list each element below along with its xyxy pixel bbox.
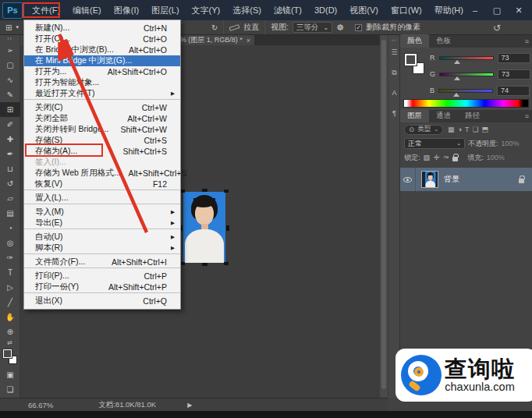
tool-button[interactable]: ◔ bbox=[0, 221, 20, 236]
layer-row-background[interactable]: 背景 bbox=[400, 168, 532, 191]
crop-handle[interactable] bbox=[202, 263, 207, 266]
menu-item[interactable]: 脚本(R) ▶ bbox=[24, 243, 180, 254]
menubar-item[interactable]: 编辑(E) bbox=[66, 0, 108, 20]
menu-item[interactable]: 置入(L)... ▶ bbox=[24, 193, 180, 204]
menubar-item[interactable]: 滤镜(T) bbox=[268, 0, 308, 20]
layer-filter-icon[interactable]: ⬒ bbox=[481, 126, 491, 133]
lock-option-icon[interactable]: ▨ bbox=[424, 154, 431, 161]
slider-thumb-icon[interactable] bbox=[454, 60, 460, 64]
status-options-arrow-icon[interactable]: ▶ bbox=[187, 402, 192, 409]
quick-mask-button[interactable]: ▣ bbox=[0, 367, 20, 382]
tool-button[interactable]: ◎ bbox=[0, 236, 20, 250]
dock-panel-icon[interactable]: ⧉ bbox=[388, 62, 400, 83]
menubar-item[interactable]: 窗口(W) bbox=[385, 0, 428, 20]
menu-item[interactable]: 关闭(C) Ctrl+W ▶ bbox=[24, 102, 180, 113]
minimize-button[interactable]: – bbox=[465, 3, 485, 17]
opacity-value[interactable]: 100% bbox=[502, 140, 520, 147]
crop-handle[interactable] bbox=[202, 189, 207, 192]
crop-handle[interactable] bbox=[224, 190, 229, 193]
menu-item[interactable]: 在 Mini Bridge 中浏览(G)... ▶ bbox=[24, 55, 180, 66]
lock-option-icon[interactable]: ✑ bbox=[444, 154, 450, 161]
menu-item[interactable]: 关闭全部 Alt+Ctrl+W ▶ bbox=[24, 113, 180, 124]
menu-item[interactable]: 恢复(V) F12 ▶ bbox=[24, 179, 180, 190]
visibility-toggle[interactable] bbox=[400, 168, 416, 191]
tool-button[interactable]: T bbox=[0, 265, 20, 280]
tool-button[interactable]: ✎ bbox=[0, 87, 20, 102]
menu-item[interactable]: 打印(P)... Ctrl+P ▶ bbox=[24, 271, 180, 282]
crop-settings-gear-icon[interactable]: ☸ bbox=[336, 23, 344, 33]
panel-menu-icon[interactable]: ≡ bbox=[525, 37, 529, 45]
layer-thumbnail[interactable] bbox=[421, 171, 438, 188]
tool-button[interactable]: ▤ bbox=[0, 206, 20, 221]
dock-expander-icon[interactable]: ‹‹ bbox=[388, 35, 399, 42]
tool-button[interactable]: ⊔ bbox=[0, 161, 20, 176]
color-spectrum-bar[interactable] bbox=[403, 99, 529, 108]
crop-handle[interactable] bbox=[224, 262, 229, 265]
blue-slider[interactable] bbox=[438, 89, 493, 93]
menu-item[interactable]: 关闭并转到 Bridge... Shift+Ctrl+W ▶ bbox=[24, 124, 180, 135]
screen-mode-button[interactable]: ❏ bbox=[0, 382, 20, 397]
menu-item[interactable]: 存储为 Web 所用格式... Alt+Shift+Ctrl+S ▶ bbox=[24, 168, 180, 179]
tab-color[interactable]: 颜色 bbox=[400, 34, 429, 48]
tool-button[interactable]: ⊕ bbox=[0, 324, 20, 339]
menu-item[interactable]: 自动(U) ▶ bbox=[24, 232, 180, 243]
tool-button[interactable]: ⊞ bbox=[0, 102, 20, 117]
tool-button[interactable]: ↺ bbox=[0, 176, 20, 191]
zoom-level-field[interactable]: 66.67% bbox=[28, 401, 53, 409]
tool-button[interactable]: ✑ bbox=[0, 250, 20, 265]
lock-all-icon[interactable] bbox=[452, 157, 458, 161]
menu-item[interactable]: 打开为... Alt+Shift+Ctrl+O ▶ bbox=[24, 66, 180, 77]
blue-value-field[interactable]: 74 bbox=[497, 86, 530, 96]
tool-button[interactable]: ✚ bbox=[0, 132, 20, 147]
tab-close-icon[interactable]: × bbox=[246, 37, 250, 44]
green-value-field[interactable]: 73 bbox=[498, 69, 530, 80]
green-slider[interactable] bbox=[439, 73, 494, 76]
layer-filter-icon[interactable]: ▦ bbox=[446, 126, 456, 133]
tab-channels[interactable]: 通道 bbox=[429, 109, 458, 122]
red-value-field[interactable]: 73 bbox=[498, 53, 530, 63]
overlay-dropdown[interactable]: 三等分 ⌄ bbox=[293, 22, 332, 33]
menu-item[interactable]: 签入(I)... ▶ bbox=[24, 157, 180, 168]
layer-filter-icon[interactable]: T bbox=[463, 126, 471, 133]
layer-name[interactable]: 背景 bbox=[444, 174, 519, 185]
vertical-scrollbar[interactable] bbox=[380, 35, 388, 398]
lock-option-icon[interactable]: ✛ bbox=[434, 154, 440, 161]
menubar-item[interactable]: 帮助(H) bbox=[428, 0, 470, 20]
menubar-item[interactable]: 文字(Y) bbox=[186, 0, 227, 20]
menubar-item[interactable]: 图层(L) bbox=[145, 0, 185, 20]
maximize-button[interactable]: ▢ bbox=[487, 3, 507, 17]
tool-button[interactable]: ╱ bbox=[0, 295, 20, 310]
tool-button[interactable]: ✒ bbox=[0, 147, 20, 161]
filter-kind-dropdown[interactable]: ⊙ 类型 ⌄ bbox=[404, 125, 443, 135]
menubar-item[interactable]: 3D(D) bbox=[308, 0, 343, 20]
tool-button[interactable]: ∿ bbox=[0, 73, 20, 87]
fill-value[interactable]: 100% bbox=[487, 154, 505, 161]
menu-item[interactable]: 文件简介(F)... Alt+Shift+Ctrl+I ▶ bbox=[24, 257, 180, 268]
menu-item[interactable]: 最近打开文件(T) ▶ bbox=[24, 88, 180, 100]
tab-layers[interactable]: 图层 bbox=[400, 109, 429, 122]
menu-item[interactable]: 退出(X) Ctrl+Q ▶ bbox=[24, 296, 180, 306]
tool-button[interactable]: ✋ bbox=[0, 310, 20, 324]
toolbox-expander-icon[interactable]: ›› bbox=[0, 35, 20, 43]
slider-thumb-icon[interactable] bbox=[454, 76, 460, 80]
crop-handle[interactable] bbox=[226, 225, 229, 231]
tool-button[interactable]: ➢ bbox=[0, 43, 20, 58]
tool-button[interactable]: ▷ bbox=[0, 280, 20, 295]
red-slider[interactable] bbox=[439, 56, 494, 60]
dock-panel-icon[interactable]: ¶ bbox=[388, 103, 400, 123]
close-button[interactable]: ✕ bbox=[509, 3, 529, 17]
tab-swatches[interactable]: 色板 bbox=[429, 34, 458, 48]
crop-preset-group[interactable]: ⊞ ▾ bbox=[0, 20, 25, 34]
menubar-item[interactable]: 选择(S) bbox=[226, 0, 268, 20]
swap-colors-icon[interactable]: ⇄ bbox=[0, 339, 20, 347]
panel-menu-icon[interactable]: ≡ bbox=[525, 112, 529, 120]
rotate-crop-button[interactable]: ↻ bbox=[206, 20, 224, 34]
foreground-color-swatch[interactable] bbox=[405, 54, 417, 66]
menu-item[interactable]: 打开为智能对象... ▶ bbox=[24, 77, 180, 88]
menu-item[interactable]: 导入(M) ▶ bbox=[24, 207, 180, 218]
scrollbar-thumb[interactable] bbox=[381, 40, 386, 389]
layer-filter-icon[interactable]: ◑ bbox=[456, 126, 463, 133]
foreground-color-swatch[interactable] bbox=[3, 349, 12, 358]
blend-mode-dropdown[interactable]: 正常 ⌄ bbox=[404, 138, 465, 149]
menu-item[interactable]: 打开(O)... Ctrl+O ▶ bbox=[24, 34, 180, 44]
